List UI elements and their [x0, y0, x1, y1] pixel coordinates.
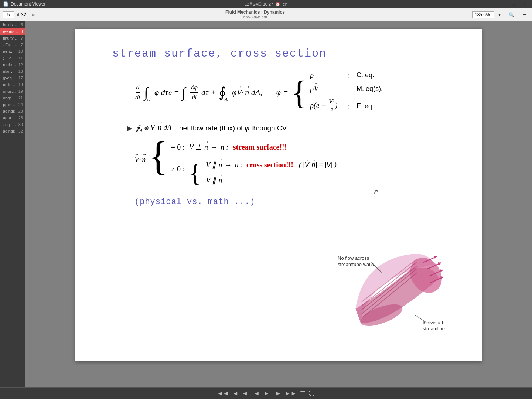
phi-equals: φ =: [276, 88, 289, 97]
minimize-button[interactable]: ─: [498, 0, 507, 8]
sidebar-item-8[interactable]: gyequa... 17: [0, 75, 25, 81]
sub-case2-cond: V→ ∦ n→: [206, 176, 222, 185]
sidebar-item-4[interactable]: nentum ... 10: [0, 48, 25, 55]
case1-cond: V→ ⊥ n→ → n→ :: [189, 143, 229, 151]
sub-case-2: V→ ∦ n→: [206, 176, 337, 185]
sidebar-item-6[interactable]: roblems 12: [0, 61, 25, 68]
sidebar-item-1[interactable]: reams s... 3: [0, 28, 25, 35]
vdotn-case-2: ≠ 0 : { V→ ∥ n→ →: [171, 160, 337, 186]
sidebar-item-15[interactable]: . eq. on CV 30: [0, 121, 25, 128]
streamtube-diagram: No flow across streamtube walls Individu…: [338, 243, 471, 339]
vdotn-sub-cases: V→ ∥ n→ → n→ : cross section!!! ( |V→·n→…: [206, 160, 337, 185]
sidebar-item-10[interactable]: ongstr... 19: [0, 88, 25, 95]
left-brace: {: [291, 78, 307, 108]
pencil-button[interactable]: ✏: [29, 11, 38, 18]
maximize-button[interactable]: □: [509, 0, 517, 8]
vdotn-brace: {: [149, 137, 168, 175]
nav-prev-button[interactable]: ◄: [241, 389, 249, 398]
sidebar-item-12[interactable]: pplicati... 24: [0, 101, 25, 108]
page: stream surface, cross section d dt ∫ τ₀ …: [75, 29, 482, 361]
search-button[interactable]: 🔍: [506, 11, 517, 18]
vdotn-case-1: = 0 : V→ ⊥ n→ → n→ : stream surface!!!: [171, 143, 337, 151]
no-flow-label-1: No flow across: [338, 255, 369, 261]
doc-title-area: Fluid Mechanics : Dynamics opt-3-dyn.pdf: [41, 10, 469, 20]
nav-group-right: ► ►► ☰ ⛶: [274, 389, 317, 398]
sub-case-1: V→ ∥ n→ → n→ : cross section!!! ( |V→·n→…: [206, 160, 337, 169]
piecewise-row-1: ρ : C. eq.: [310, 71, 416, 79]
bullet-desc: : net flow rate (flux) of φ through CV: [175, 124, 287, 132]
individual-label-1: Individual: [423, 320, 443, 325]
nav-last-button[interactable]: ►►: [283, 389, 298, 398]
dtau: dτ: [201, 88, 208, 97]
sidebar-item-13[interactable]: adings 28: [0, 108, 25, 115]
sidebar-item-16[interactable]: adings 32: [0, 128, 25, 134]
nav-next-button[interactable]: ►: [262, 389, 271, 398]
bottom-bar: ◄◄ ◄ ◄ ◄ ► ► ►► ☰ ⛶: [0, 387, 532, 399]
streamtube-svg: No flow across streamtube walls Individu…: [338, 243, 471, 339]
doc-main-title: Fluid Mechanics : Dynamics: [41, 10, 469, 15]
case1-val: = 0 :: [171, 143, 185, 151]
sidebar-item-5[interactable]: ). Eqs. o... 11: [0, 55, 25, 61]
lang: en: [283, 2, 287, 6]
close-button[interactable]: ✕: [520, 0, 529, 8]
sidebar-item-3[interactable]: . Eq. in int... 7: [0, 41, 25, 48]
case1-label: stream surface!!!: [233, 143, 287, 151]
app-icon: 📄: [3, 1, 8, 7]
phi-dtau0: φ dτ₀: [154, 88, 171, 97]
d-dt-fraction: d dt: [134, 83, 141, 101]
integral-tau: ∫ τ: [182, 85, 187, 99]
main-equation: d dt ∫ τ₀ φ dτ₀ = ∫ τ ∂φ ∂t: [134, 71, 452, 114]
plus: +: [211, 88, 216, 97]
zoom-group: 185.6% ▾: [472, 11, 503, 18]
nav-fullscreen-button[interactable]: ⛶: [307, 389, 316, 398]
page-title: stream surface, cross section: [112, 47, 452, 60]
toolbar: of 32 ✏ Fluid Mechanics : Dynamics opt-3…: [0, 8, 532, 21]
sub-brace: {: [189, 160, 202, 186]
bullet-text: ∮A φ V→·n→ dA: [136, 123, 171, 133]
sidebar-item-0[interactable]: holds' tr... 3: [0, 21, 25, 28]
physical-math: (physical vs. math ...): [134, 197, 452, 207]
page-input[interactable]: [3, 11, 14, 18]
vdotn-section: V→·n→ { = 0 : V→ ⊥ n→ → n→: [134, 139, 452, 186]
nav-next-section-button[interactable]: ►: [274, 389, 283, 398]
menu-button[interactable]: ☰: [520, 11, 529, 18]
title-bar: 📄 Document Viewer 12月24日 10:27 ⏰ en ─ □ …: [0, 0, 532, 8]
partial-fraction: ∂φ ∂t: [190, 84, 198, 101]
datetime: 12月24日 10:27: [245, 2, 273, 6]
zoom-dropdown-button[interactable]: ▾: [496, 11, 503, 18]
sidebar-item-11[interactable]: ongtor... 21: [0, 95, 25, 101]
title-bar-center: 12月24日 10:27 ⏰ en: [245, 1, 287, 7]
equals: =: [174, 88, 179, 97]
piecewise-row-3: ρ(e + V²2) : E. eq.: [310, 98, 416, 114]
contour-integral: ∮ A: [219, 85, 229, 99]
integral-tau0: ∫ τ₀: [144, 85, 151, 99]
sidebar-item-14[interactable]: agrangi... 28: [0, 115, 25, 121]
nav-group-center: ◄ ►: [252, 389, 271, 398]
page-navigation: of 32: [3, 11, 26, 18]
nav-play-button[interactable]: ◄: [252, 389, 261, 398]
title-bar-right: ─ □ ✕: [498, 0, 529, 8]
case2-val: ≠ 0 :: [171, 165, 185, 173]
page-total: of 32: [16, 12, 26, 17]
title-bar-left: 📄 Document Viewer: [3, 1, 46, 7]
piecewise-row-2: ρV→ : M. eq(s).: [310, 85, 416, 93]
vdotn-lhs: V→·n→: [134, 156, 146, 164]
nav-first-button[interactable]: ◄◄: [216, 389, 231, 398]
sub-case1-label: cross section!!!: [246, 161, 293, 169]
sidebar: holds' tr... 3 reams s... 3 tinuity e...…: [0, 21, 25, 387]
sidebar-item-9[interactable]: oulli Eq. 19: [0, 81, 25, 88]
sidebar-item-7[interactable]: ular M. E... 16: [0, 68, 25, 75]
app-title: Document Viewer: [11, 1, 46, 7]
nav-prev-section-button[interactable]: ◄: [231, 389, 240, 398]
nav-group-left: ◄◄ ◄ ◄: [216, 389, 249, 398]
sub-case1-extra: ( |V→·n→| = |V| ): [297, 161, 337, 169]
nav-toc-button[interactable]: ☰: [299, 389, 307, 398]
phi-VndA: φV→·n→ dA,: [232, 88, 262, 97]
bullet-line: ▶ ∮A φ V→·n→ dA : net flow rate (flux) o…: [127, 123, 452, 133]
individual-label-2: streamline: [423, 326, 445, 331]
sidebar-item-2[interactable]: tinuity e... 7: [0, 35, 25, 41]
doc-area[interactable]: stream surface, cross section d dt ∫ τ₀ …: [25, 21, 532, 387]
cursor: ↗: [373, 188, 378, 196]
zoom-display[interactable]: 185.6%: [472, 11, 494, 18]
bullet-triangle: ▶: [127, 124, 132, 132]
